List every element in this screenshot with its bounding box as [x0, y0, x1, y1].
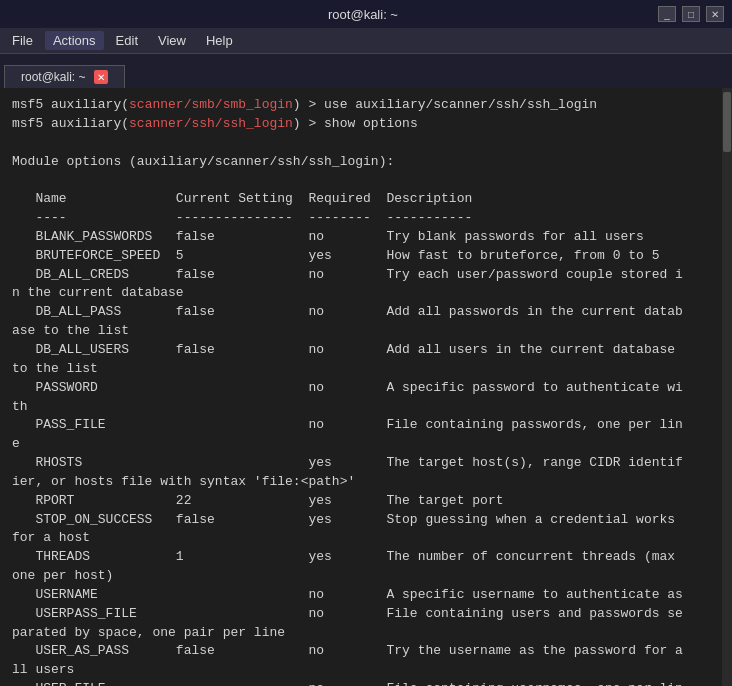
term-line: n the current database	[12, 284, 720, 303]
term-line: USER_AS_PASS false no Try the username a…	[12, 642, 720, 661]
term-line: msf5 auxiliary(scanner/smb/smb_login) > …	[12, 96, 720, 115]
scrollbar-thumb	[723, 92, 731, 152]
term-line: USER_FILE no File containing usernames, …	[12, 680, 720, 686]
term-line: to the list	[12, 360, 720, 379]
term-line: PASSWORD no A specific password to authe…	[12, 379, 720, 398]
term-line: USERPASS_FILE no File containing users a…	[12, 605, 720, 624]
term-line: parated by space, one pair per line	[12, 624, 720, 643]
scrollbar[interactable]	[722, 88, 732, 686]
tab-label: root@kali: ~	[21, 70, 86, 84]
term-line: msf5 auxiliary(scanner/ssh/ssh_login) > …	[12, 115, 720, 134]
term-line	[12, 171, 720, 190]
menu-bar: File Actions Edit View Help	[0, 28, 732, 54]
menu-edit[interactable]: Edit	[108, 31, 146, 50]
title-bar: root@kali: ~ _ □ ✕	[0, 0, 732, 28]
term-line: Module options (auxiliary/scanner/ssh/ss…	[12, 153, 720, 172]
term-line: BLANK_PASSWORDS false no Try blank passw…	[12, 228, 720, 247]
term-line: th	[12, 398, 720, 417]
menu-view[interactable]: View	[150, 31, 194, 50]
term-line: ier, or hosts file with syntax 'file:<pa…	[12, 473, 720, 492]
term-line: THREADS 1 yes The number of concurrent t…	[12, 548, 720, 567]
terminal-content: msf5 auxiliary(scanner/smb/smb_login) > …	[0, 88, 732, 686]
term-line: DB_ALL_CREDS false no Try each user/pass…	[12, 266, 720, 285]
term-line: USERNAME no A specific username to authe…	[12, 586, 720, 605]
menu-help[interactable]: Help	[198, 31, 241, 50]
tab-close-button[interactable]: ✕	[94, 70, 108, 84]
term-line: RHOSTS yes The target host(s), range CID…	[12, 454, 720, 473]
term-line: ll users	[12, 661, 720, 680]
term-line: ase to the list	[12, 322, 720, 341]
term-line: STOP_ON_SUCCESS false yes Stop guessing …	[12, 511, 720, 530]
window-controls: _ □ ✕	[658, 6, 724, 22]
term-line: RPORT 22 yes The target port	[12, 492, 720, 511]
term-line: one per host)	[12, 567, 720, 586]
maximize-button[interactable]: □	[682, 6, 700, 22]
term-line: DB_ALL_PASS false no Add all passwords i…	[12, 303, 720, 322]
term-line: for a host	[12, 529, 720, 548]
term-line: ---- --------------- -------- ----------…	[12, 209, 720, 228]
term-line	[12, 134, 720, 153]
term-line: PASS_FILE no File containing passwords, …	[12, 416, 720, 435]
term-line: Name Current Setting Required Descriptio…	[12, 190, 720, 209]
tab-bar: root@kali: ~ ✕	[0, 54, 732, 88]
minimize-button[interactable]: _	[658, 6, 676, 22]
term-line: DB_ALL_USERS false no Add all users in t…	[12, 341, 720, 360]
term-line: e	[12, 435, 720, 454]
close-button[interactable]: ✕	[706, 6, 724, 22]
terminal-tab[interactable]: root@kali: ~ ✕	[4, 65, 125, 88]
menu-file[interactable]: File	[4, 31, 41, 50]
menu-actions[interactable]: Actions	[45, 31, 104, 50]
window-title: root@kali: ~	[68, 7, 658, 22]
term-line: BRUTEFORCE_SPEED 5 yes How fast to brute…	[12, 247, 720, 266]
